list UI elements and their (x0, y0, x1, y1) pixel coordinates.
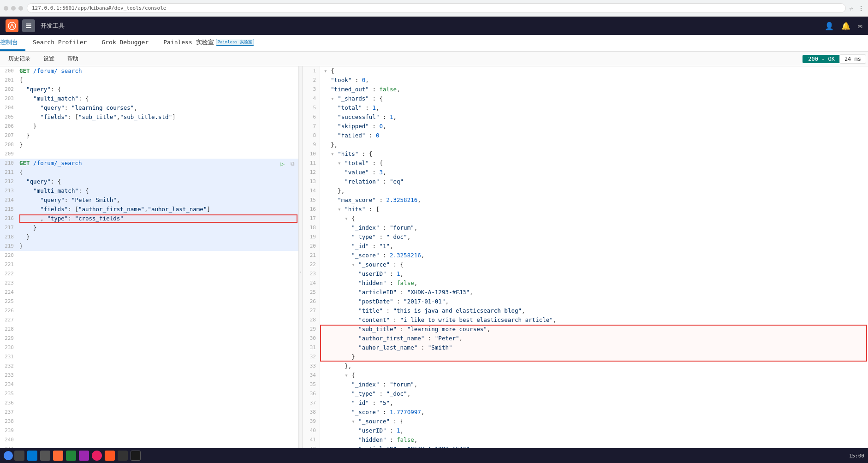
editor-line-240: 240 (0, 435, 298, 445)
response-line-3: 3 "timed_out" : false, (303, 85, 868, 94)
response-line-40: 40 "userID" : 1, (303, 426, 868, 435)
response-line-13: 13 "relation" : "eq" (303, 177, 868, 186)
editor-line-234: 234 (0, 380, 298, 389)
response-line-5: 5 "total" : 1, (303, 103, 868, 113)
response-line-19: 19 "_type" : "_doc", (303, 232, 868, 242)
response-line-23: 23 "userID" : 1, (303, 269, 868, 279)
editor-line-202: 202 "query": { (0, 85, 298, 94)
editor-line-203: 203 "multi_match": { (0, 94, 298, 103)
editor-line-238: 238 (0, 417, 298, 426)
response-line-28: 28 "content" : "i like to write best ela… (303, 315, 868, 325)
tab-grok-debugger-label: Grok Debugger (101, 39, 149, 46)
editor-line-227: 227 (0, 315, 298, 325)
response-line-24: 24 "hidden" : false, (303, 279, 868, 288)
time-badge: 24 ms (839, 54, 866, 64)
response-line-16: 16 ▾ "hits" : [ (303, 205, 868, 214)
editor-line-201: 201 { (0, 76, 298, 85)
taskbar-time: 15:00 (849, 453, 864, 459)
editor-line-237: 237 (0, 408, 298, 417)
response-line-35: 35 "_index" : "forum", (303, 380, 868, 389)
beta-badge: Painless 实验室 (216, 39, 255, 46)
panel-divider[interactable]: ⋮ (299, 66, 303, 463)
tab-console[interactable]: 控制台 (0, 35, 25, 51)
user-icon[interactable]: 👤 (825, 22, 834, 30)
editor-line-226: 226 (0, 306, 298, 315)
response-line-15: 15 "max_score" : 2.3258216, (303, 196, 868, 205)
response-line-8: 8 "failed" : 0 (303, 131, 868, 140)
response-line-27: 27 "title" : "this is java and elasticse… (303, 306, 868, 315)
taskbar-app3-icon[interactable] (79, 451, 89, 461)
response-line-20: 20 "_id" : "1", (303, 242, 868, 251)
editor-line-236: 236 (0, 398, 298, 408)
browser-star-icon[interactable]: ☆ (850, 5, 853, 12)
taskbar-files-icon[interactable] (40, 451, 50, 461)
editor-line-218: 218 } (0, 232, 298, 242)
copy-query-icon[interactable]: ⧉ (291, 160, 295, 168)
taskbar-search-icon[interactable] (14, 451, 24, 461)
second-query-block: 210 GET /forum/_search ▷ ⧉ 211 { 212 "qu… (0, 159, 298, 251)
response-line-39: 39 ▾ "_source" : { (303, 417, 868, 426)
response-line-25: 25 "articleID" : "XHDK-A-1293-#FJ3", (303, 288, 868, 297)
editor-line-217: 217 } (0, 223, 298, 232)
kibana-logo (6, 19, 18, 32)
response-line-26: 26 "postDate" : "2017-01-01", (303, 297, 868, 306)
editor-line-239: 239 (0, 426, 298, 435)
editor-line-208: 208 } (0, 140, 298, 149)
editor-line-230: 230 (0, 343, 298, 352)
browser-controls (4, 6, 23, 11)
response-line-31: 31 "auhor_last_name" : "Smith" (303, 343, 868, 352)
editor-line-204: 204 "query": "learning courses", (0, 103, 298, 113)
editor-line-207: 207 } (0, 131, 298, 140)
editor-panel[interactable]: 200 GET /forum/_search 201 { 202 "query"… (0, 66, 299, 463)
response-line-37: 37 "_id" : "5", (303, 398, 868, 408)
tab-search-profiler[interactable]: Search Profiler (25, 35, 94, 51)
taskbar: 15:00 (0, 448, 868, 463)
editor-line-232: 232 (0, 362, 298, 371)
editor-line-225: 225 (0, 297, 298, 306)
status-badge: 200 - OK (803, 55, 840, 63)
response-panel[interactable]: 1 ▾ { 2 "took" : 0, 3 "timed_out" : fals… (303, 66, 868, 463)
notifications-icon[interactable]: 🔔 (841, 22, 850, 30)
tab-grok-debugger[interactable]: Grok Debugger (94, 35, 156, 51)
editor-line-224: 224 (0, 288, 298, 297)
response-line-11: 11 ▾ "total" : { (303, 159, 868, 168)
editor-line-223: 223 (0, 279, 298, 288)
taskbar-app6-icon[interactable] (118, 451, 128, 461)
taskbar-app4-icon[interactable] (92, 451, 102, 461)
taskbar-app7-icon[interactable] (131, 451, 141, 461)
response-line-10: 10 ▾ "hits" : { (303, 149, 868, 159)
response-line-29: 29 "sub_title" : "learning more courses"… (303, 325, 868, 334)
browser-menu-icon[interactable]: ⋮ (858, 5, 864, 12)
editor-line-211: 211 { (0, 168, 298, 177)
history-button[interactable]: 历史记录 (6, 54, 33, 64)
response-line-7: 7 "skipped" : 0, (303, 122, 868, 131)
taskbar-app2-icon[interactable] (66, 451, 76, 461)
main-content: 200 GET /forum/_search 201 { 202 "query"… (0, 66, 868, 463)
taskbar-app1-icon[interactable] (53, 451, 63, 461)
response-line-6: 6 "successful" : 1, (303, 113, 868, 122)
response-line-21: 21 "_score" : 2.3258216, (303, 251, 868, 260)
response-line-36: 36 "_type" : "_doc", (303, 389, 868, 398)
browser-url-bar[interactable]: 127.0.0.1:5601/app/kibana#/dev_tools/con… (27, 3, 846, 13)
response-line-14: 14 }, (303, 186, 868, 196)
taskbar-browser-icon[interactable] (27, 451, 37, 461)
tab-painless[interactable]: Painless 实验室 Painless 实验室 (156, 35, 262, 51)
settings-button[interactable]: 设置 (41, 54, 57, 64)
run-query-icon[interactable]: ▷ (281, 159, 285, 169)
browser-minimize-dot (11, 6, 16, 11)
taskbar-windows-icon[interactable] (4, 451, 13, 460)
editor-line-220: 220 (0, 251, 298, 260)
editor-line-209: 209 (0, 149, 298, 159)
response-red-box-wrapper: 29 "sub_title" : "learning more courses"… (303, 325, 868, 362)
response-line-30: 30 "author_first_name" : "Peter", (303, 334, 868, 343)
response-line-12: 12 "value" : 3, (303, 168, 868, 177)
response-line-22: 22 ▾ "_source" : { (303, 260, 868, 269)
share-icon[interactable]: ✉ (858, 22, 862, 30)
editor-line-212: 212 "query": { (0, 177, 298, 186)
elastic-logo (22, 19, 35, 32)
svg-rect-3 (26, 27, 31, 28)
taskbar-app5-icon[interactable] (105, 451, 115, 461)
browser-close-dot (4, 6, 8, 11)
response-line-17: 17 ▾ { (303, 214, 868, 223)
help-button[interactable]: 帮助 (65, 54, 81, 64)
